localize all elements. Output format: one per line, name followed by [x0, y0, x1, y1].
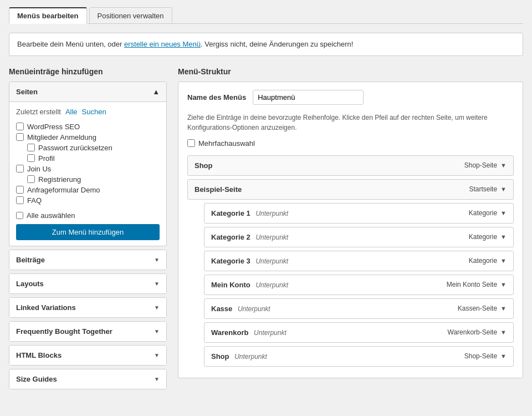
entry-page-type: Kategorie [469, 257, 497, 265]
entry-type: Unterpunkt [238, 305, 270, 313]
right-col-heading: Menü-Struktur [178, 67, 523, 76]
seiten-panel: Seiten ▲ Zuletzt erstellt Alle Suchen [9, 82, 167, 246]
entry-chevron-icon[interactable]: ▼ [500, 162, 507, 169]
entry-title-area: Beispiel-Seite [195, 185, 242, 194]
entry-chevron-icon[interactable]: ▼ [500, 281, 507, 288]
entry-type: Unterpunkt [234, 353, 267, 361]
entry-page-type: Warenkorb-Seite [448, 328, 498, 336]
item-label: Mitglieder Anmeldung [27, 133, 96, 141]
accordion-section-label: Frequently Bought Together [16, 327, 112, 336]
entry-page-type: Shop-Seite [464, 352, 497, 360]
list-item: WordPress SEO [16, 121, 160, 132]
accordion-section-label: Size Guides [16, 375, 57, 383]
entry-title: Mein Konto [211, 281, 250, 289]
main-layout: Menüeinträge hinzufügen Seiten ▲ Zuletzt… [9, 67, 523, 389]
tab-bar: Menüs bearbeiten Positionen verwalten [9, 7, 523, 24]
entry-page-type: Mein Konto Seite [447, 281, 497, 288]
entry-title: Kategorie 1 [211, 209, 250, 217]
accordion-section-header[interactable]: Size Guides ▼ [9, 369, 166, 389]
entry-title: Kategorie 2 [211, 233, 250, 241]
tab-positionen-verwalten[interactable]: Positionen verwalten [89, 7, 172, 24]
entry-right: Kategorie ▼ [469, 233, 507, 241]
menu-entry: Kategorie 3 Unterpunkt Kategorie ▼ [204, 251, 514, 271]
accordion-section-header[interactable]: HTML Blocks ▼ [9, 346, 166, 365]
add-to-menu-button[interactable]: Zum Menü hinzufügen [16, 224, 160, 240]
entry-right: Startseite ▼ [469, 185, 507, 193]
entry-right: Kassen-Seite ▼ [458, 305, 507, 312]
seiten-panel-header[interactable]: Seiten ▲ [9, 82, 166, 102]
item-label: Anfrageformular Demo [27, 186, 100, 194]
tab-zuletzt[interactable]: Zuletzt erstellt [16, 108, 61, 116]
accordion-section-header[interactable]: Linked Variations ▼ [9, 298, 166, 317]
accordion-section-label: Beiträge [16, 256, 45, 264]
entry-page-type: Kategorie [469, 209, 497, 217]
checkbox-anfrageformular[interactable] [16, 186, 24, 194]
banner-link[interactable]: erstelle ein neues Menü [124, 40, 201, 48]
tab-alle[interactable]: Alle [65, 108, 78, 116]
left-column: Menüeinträge hinzufügen Seiten ▲ Zuletzt… [9, 67, 167, 389]
mehrfachauswahl-checkbox[interactable] [187, 139, 195, 147]
mehrfach-row: Mehrfachauswahl [187, 139, 514, 148]
accordion-section-size-guides: Size Guides ▼ [9, 369, 167, 389]
entry-title-area: Warenkorb Unterpunkt [211, 328, 287, 337]
accordion-section-header[interactable]: Beiträge ▼ [9, 250, 166, 270]
checkbox-alle-auswaehlen[interactable] [16, 212, 23, 219]
checkbox-mitglieder[interactable] [16, 133, 24, 141]
mehrfach-label: Mehrfachauswahl [198, 139, 255, 148]
checkbox-passwort[interactable] [27, 144, 35, 151]
tab-suchen[interactable]: Suchen [82, 108, 106, 116]
menu-entry: Mein Konto Unterpunkt Mein Konto Seite ▼ [204, 275, 514, 295]
select-all-row: Alle auswählen [16, 211, 160, 220]
checkbox-registrierung[interactable] [27, 175, 35, 183]
item-label: WordPress SEO [27, 123, 80, 131]
list-item: Join Us [16, 164, 160, 174]
select-all-label: Alle auswählen [27, 211, 75, 220]
accordion-section-header[interactable]: Frequently Bought Together ▼ [9, 322, 166, 341]
accordion-section-label: Linked Variations [16, 303, 76, 312]
entry-type: Unterpunkt [255, 257, 288, 265]
entry-chevron-icon[interactable]: ▼ [500, 305, 507, 312]
menu-entry: Shop Unterpunkt Shop-Seite ▼ [204, 346, 514, 367]
entry-page-type: Kategorie [469, 233, 497, 241]
checkbox-joinus[interactable] [16, 165, 24, 173]
checkbox-faq[interactable] [16, 196, 24, 204]
entry-title-area: Mein Konto Unterpunkt [211, 281, 288, 289]
seiten-panel-body: Zuletzt erstellt Alle Suchen WordPress S… [9, 102, 166, 246]
entry-title: Kategorie 3 [211, 257, 250, 265]
entry-chevron-icon[interactable]: ▼ [500, 329, 507, 336]
entry-chevron-icon[interactable]: ▼ [500, 210, 507, 216]
entry-chevron-icon[interactable]: ▼ [500, 186, 507, 192]
tab-menus-bearbeiten[interactable]: Menüs bearbeiten [9, 7, 87, 24]
entry-title: Shop [211, 352, 229, 361]
menu-entry: Shop Shop-Seite ▼ [187, 155, 514, 176]
entry-type: Unterpunkt [254, 329, 287, 337]
entry-type: Unterpunkt [255, 210, 288, 217]
entry-title: Beispiel-Seite [195, 185, 242, 194]
accordion-section-label: Layouts [16, 280, 44, 288]
accordion-section-frequently-bought-together: Frequently Bought Together ▼ [9, 321, 167, 342]
accordion-chevron: ▼ [154, 328, 160, 334]
accordion-section-beiträge: Beiträge ▼ [9, 250, 167, 270]
list-item: Profil [16, 153, 160, 164]
accordion-section-header[interactable]: Layouts ▼ [9, 274, 166, 293]
item-label: Profil [38, 154, 55, 163]
entry-chevron-icon[interactable]: ▼ [500, 257, 507, 264]
list-item: Registrierung [16, 174, 160, 185]
menu-entries-container: Shop Shop-Seite ▼ Beispiel-Seite Startse… [187, 155, 514, 367]
entry-chevron-icon[interactable]: ▼ [500, 234, 507, 240]
menu-name-input[interactable] [253, 90, 364, 105]
entry-title-area: Kategorie 2 Unterpunkt [211, 233, 288, 241]
accordion-section-linked-variations: Linked Variations ▼ [9, 297, 167, 318]
entry-chevron-icon[interactable]: ▼ [500, 353, 507, 359]
left-col-heading: Menüeinträge hinzufügen [9, 67, 167, 76]
entry-page-type: Shop-Seite [464, 161, 497, 169]
checkbox-wordpress-seo[interactable] [16, 123, 24, 130]
menu-entry: Beispiel-Seite Startseite ▼ [187, 179, 514, 200]
info-banner: Bearbeite dein Menü unten, oder erstelle… [9, 33, 523, 56]
seiten-tab-links: Zuletzt erstellt Alle Suchen [16, 108, 160, 116]
menu-entry: Kategorie 2 Unterpunkt Kategorie ▼ [204, 227, 514, 247]
entry-page-type: Kassen-Seite [458, 305, 497, 312]
checkbox-profil[interactable] [27, 154, 35, 162]
right-column: Menü-Struktur Name des Menüs Ziehe die E… [178, 67, 523, 378]
entry-title-area: Kategorie 3 Unterpunkt [211, 257, 288, 265]
